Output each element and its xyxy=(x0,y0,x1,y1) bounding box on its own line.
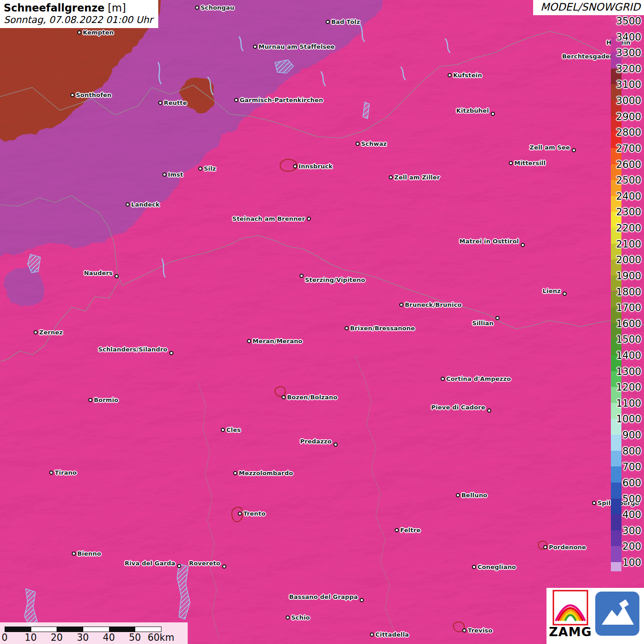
map-title: Schneefallgrenze[m] xyxy=(4,2,153,14)
zamg-logo-icon xyxy=(552,590,588,626)
scalebar-tick-40: 40 xyxy=(103,632,115,643)
scalebar-tick-30: 30 xyxy=(77,632,89,643)
scalebar-segment xyxy=(57,627,83,632)
scalebar-tick-50: 50 xyxy=(129,632,141,643)
map-canvas xyxy=(0,0,644,644)
zamg-wordmark: ZAMG xyxy=(549,626,592,638)
model-label: MODEL/SNOWGRID xyxy=(533,0,644,15)
scalebar-segment xyxy=(5,627,31,632)
mountain-logo xyxy=(592,590,642,638)
zamg-logo: ZAMG xyxy=(549,590,592,638)
scalebar-segment xyxy=(135,627,161,632)
scalebar-segment xyxy=(31,627,58,632)
scalebar: 0102030405060km xyxy=(0,622,188,644)
mountain-logo-icon xyxy=(593,590,641,638)
scalebar-tick-60km: 60km xyxy=(148,632,174,643)
terrain-color-layer xyxy=(0,0,644,644)
logo-area: ZAMG xyxy=(546,588,644,644)
scalebar-tick-20: 20 xyxy=(51,632,63,643)
scalebar-segment xyxy=(83,627,109,632)
scalebar-segment xyxy=(109,627,136,632)
map-title-text: Schneefallgrenze xyxy=(4,2,104,14)
scalebar-tick-0: 0 xyxy=(1,632,7,643)
map-datetime: Sonntag, 07.08.2022 01:00 Uhr xyxy=(4,14,153,25)
title-box: Schneefallgrenze[m] Sonntag, 07.08.2022 … xyxy=(0,0,158,28)
snowgrid-map: SchongauBad TölzKemptenMurnau am Staffel… xyxy=(0,0,644,644)
map-title-unit: [m] xyxy=(108,2,126,14)
scalebar-tick-10: 10 xyxy=(25,632,37,643)
